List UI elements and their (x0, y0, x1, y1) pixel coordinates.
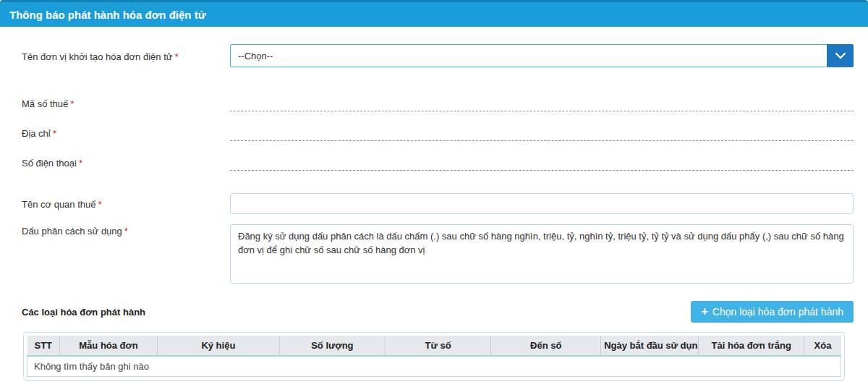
invoice-types-section-bar: Các loại hóa đơn phát hành + Chọn loại h… (22, 301, 854, 323)
page-title: Thông báo phát hành hóa đơn điện tử (9, 9, 206, 21)
required-asterisk: * (79, 158, 82, 169)
invoice-types-table-panel: STT Mẫu hóa đơn Ký hiệu Số lượng Từ số Đ… (23, 332, 845, 380)
phone-field (230, 153, 854, 171)
unit-select[interactable]: --Chọn-- (230, 44, 854, 67)
column-header-ngay-bat-dau: Ngày bắt đầu sử dụng (601, 336, 699, 356)
column-header-so-luong: Số lượng (279, 336, 385, 356)
column-header-tai-hoa-don-trang: Tải hóa đơn trắng (699, 336, 804, 356)
separator-label: Dấu phân cách sử dụng* (22, 224, 230, 284)
required-asterisk: * (70, 98, 74, 109)
invoice-types-table: STT Mẫu hóa đơn Ký hiệu Số lượng Từ số Đ… (27, 336, 841, 377)
empty-table-message: Không tìm thấy bản ghi nào (27, 356, 841, 377)
column-header-xoa: Xóa (804, 336, 841, 356)
table-header-row: STT Mẫu hóa đơn Ký hiệu Số lượng Từ số Đ… (27, 336, 841, 356)
required-asterisk: * (98, 199, 101, 210)
plus-icon: + (701, 306, 707, 318)
column-header-mau-hoa-don: Mẫu hóa đơn (60, 336, 158, 356)
unit-select-value: --Chọn-- (238, 51, 273, 61)
required-asterisk: * (174, 51, 178, 62)
unit-select-arrow-button[interactable] (827, 44, 854, 67)
required-asterisk: * (53, 128, 56, 139)
tax-code-row: Mã số thuế* (22, 82, 854, 111)
unit-row: Tên đơn vị khởi tạo hóa đơn điện tử* --C… (22, 44, 854, 67)
required-asterisk: * (124, 226, 128, 237)
column-header-tu-so: Từ số (386, 336, 491, 356)
unit-label: Tên đơn vị khởi tạo hóa đơn điện tử* (22, 50, 230, 62)
tax-office-input[interactable] (230, 193, 854, 214)
separator-textarea[interactable]: Đăng ký sử dụng dấu phân cách là dấu chấ… (230, 224, 854, 284)
column-header-ky-hieu: Ký hiệu (158, 336, 280, 356)
choose-invoice-type-button[interactable]: + Chọn loại hóa đơn phát hành (691, 301, 854, 323)
separator-row: Dấu phân cách sử dụng* Đăng ký sử dụng d… (22, 224, 854, 284)
issuance-form: Tên đơn vị khởi tạo hóa đơn điện tử* --C… (0, 27, 868, 284)
address-label: Địa chỉ* (22, 127, 230, 141)
page-header: Thông báo phát hành hóa đơn điện tử (0, 0, 868, 27)
column-header-stt: STT (27, 336, 60, 356)
tax-code-field (230, 94, 854, 111)
column-header-den-so: Đến số (491, 336, 601, 356)
empty-table-row: Không tìm thấy bản ghi nào (27, 356, 841, 377)
tax-office-label: Tên cơ quan thuế* (22, 197, 230, 210)
chevron-down-icon (835, 53, 846, 59)
address-field (230, 124, 854, 141)
address-row: Địa chỉ* (22, 111, 854, 141)
choose-invoice-type-label: Chọn loại hóa đơn phát hành (712, 306, 843, 318)
invoice-types-title: Các loại hóa đơn phát hành (22, 307, 145, 318)
tax-office-row: Tên cơ quan thuế* (22, 193, 854, 214)
phone-row: Số điện thoại* (22, 141, 854, 171)
phone-label: Số điện thoại* (22, 156, 230, 171)
tax-code-label: Mã số thuế* (22, 97, 230, 111)
